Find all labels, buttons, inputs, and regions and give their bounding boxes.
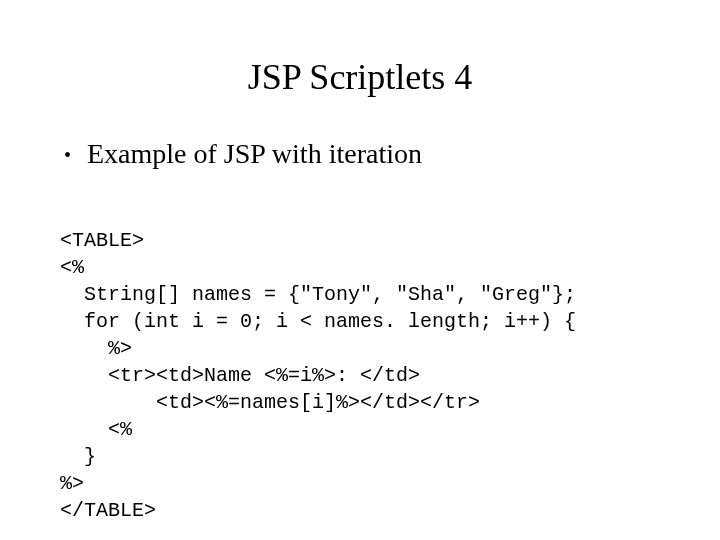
slide-title: JSP Scriptlets 4 <box>0 0 720 98</box>
code-line: for (int i = 0; i < names. length; i++) … <box>60 310 576 333</box>
code-line: </TABLE> <box>60 499 156 522</box>
code-line: <TABLE> <box>60 229 144 252</box>
code-line: %> <box>60 337 132 360</box>
bullet-dot-icon: • <box>60 138 71 172</box>
bullet-row: • Example of JSP with iteration <box>60 138 660 172</box>
slide: JSP Scriptlets 4 • Example of JSP with i… <box>0 0 720 540</box>
code-line: } <box>60 445 96 468</box>
bullet-text: Example of JSP with iteration <box>87 138 422 170</box>
code-line: <% <box>60 256 84 279</box>
slide-body: • Example of JSP with iteration <TABLE> … <box>0 98 720 540</box>
code-line: String[] names = {"Tony", "Sha", "Greg"}… <box>60 283 576 306</box>
code-line: %> <box>60 472 84 495</box>
code-line: <td><%=names[i]%></td></tr> <box>60 391 480 414</box>
code-line: <tr><td>Name <%=i%>: </td> <box>60 364 420 387</box>
code-line: <% <box>60 418 132 441</box>
code-block: <TABLE> <% String[] names = {"Tony", "Sh… <box>60 172 660 540</box>
